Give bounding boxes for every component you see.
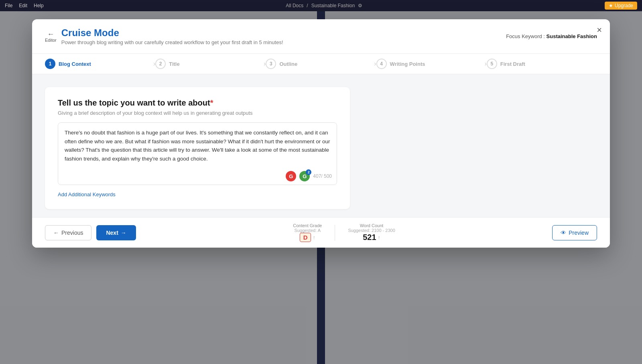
breadcrumb-alldocs[interactable]: All Docs xyxy=(286,3,303,8)
close-button[interactable]: × xyxy=(597,26,602,35)
step-5-circle: 5 xyxy=(487,59,497,69)
menu-bar: File Edit Help xyxy=(5,3,44,8)
step-1-circle: 1 xyxy=(45,59,55,69)
preview-button[interactable]: 👁 Preview xyxy=(552,225,597,240)
step-5[interactable]: 5 First Draft xyxy=(487,59,597,69)
step-3-circle: 3 xyxy=(266,59,276,69)
modal-body: Tell us the topic you want to write abou… xyxy=(32,74,610,217)
word-count-label: Word Count xyxy=(360,223,384,228)
step-2-label: Title xyxy=(169,61,180,67)
modal-header: ← Editor Cruise Mode Power through blog … xyxy=(32,19,610,54)
stepper: 1 Blog Context › 2 Title › 3 Outline › xyxy=(32,54,610,74)
step-5-label: First Draft xyxy=(500,61,525,67)
back-label: Editor xyxy=(45,38,57,43)
previous-button[interactable]: ← Previous xyxy=(45,225,91,240)
menu-edit[interactable]: Edit xyxy=(19,3,27,8)
next-arrow-icon: → xyxy=(121,230,126,236)
context-textarea-wrapper: G G 2 407/ 500 xyxy=(58,122,337,185)
step-4[interactable]: 4 Writing Points › xyxy=(376,59,487,69)
breadcrumb-icon: ⚙ xyxy=(358,3,362,8)
modal-title: Cruise Mode xyxy=(61,27,283,39)
word-count-suggested: Suggested: 2100 - 2300 xyxy=(348,228,395,233)
back-to-editor-button[interactable]: ← Editor xyxy=(45,31,57,43)
menu-help[interactable]: Help xyxy=(34,3,44,8)
char-count: 407/ 500 xyxy=(313,173,332,179)
main-area: ← Editor Cruise Mode Power through blog … xyxy=(0,11,642,364)
modal-header-top: ← Editor Cruise Mode Power through blog … xyxy=(45,27,597,45)
upgrade-button[interactable]: ★ Upgrade xyxy=(605,2,637,10)
word-count-stat: Word Count Suggested: 2100 - 2300 521 ↑ xyxy=(348,223,395,242)
focus-keyword-value: Sustainable Fashion xyxy=(547,33,597,39)
top-bar-right: ★ Upgrade xyxy=(605,2,637,10)
word-count-value: 521 ↑ xyxy=(363,233,380,242)
grade-up-arrow: ↑ xyxy=(313,234,315,240)
required-marker: * xyxy=(210,98,213,107)
back-arrow-icon: ← xyxy=(47,31,54,38)
grammarly-icon: G xyxy=(286,171,296,181)
add-keywords-link[interactable]: Add Additional Keywords xyxy=(58,191,116,197)
title-block: Cruise Mode Power through blog writing w… xyxy=(61,27,283,45)
context-textarea[interactable] xyxy=(58,123,337,167)
step-1[interactable]: 1 Blog Context › xyxy=(45,59,155,69)
badge-2: 2 xyxy=(306,169,311,175)
step-2[interactable]: 2 Title › xyxy=(155,59,266,69)
modal-footer: ← Previous Next → Content Grade Suggeste… xyxy=(32,217,610,248)
menu-file[interactable]: File xyxy=(5,3,12,8)
modal-overlay: ← Editor Cruise Mode Power through blog … xyxy=(0,11,642,364)
grade-badge: D xyxy=(300,233,311,242)
preview-eye-icon: 👁 xyxy=(561,230,566,236)
textarea-footer: G G 2 407/ 500 xyxy=(58,169,337,185)
breadcrumb-doc[interactable]: Sustainable Fashion xyxy=(311,3,355,8)
step-2-circle: 2 xyxy=(155,59,166,69)
grammarly-go-icon: G 2 xyxy=(299,171,310,181)
word-count-up-arrow: ↑ xyxy=(378,234,381,240)
step-3[interactable]: 3 Outline › xyxy=(266,59,376,69)
breadcrumb: All Docs / Sustainable Fashion ⚙ xyxy=(50,3,598,8)
next-button[interactable]: Next → xyxy=(96,225,136,240)
focus-keyword-display: Focus Keyword : Sustainable Fashion xyxy=(506,33,597,39)
breadcrumb-separator: / xyxy=(307,3,308,8)
step-1-label: Blog Context xyxy=(59,61,91,67)
content-grade-suggested: Suggested: A xyxy=(295,228,321,233)
prev-arrow-icon: ← xyxy=(53,230,59,236)
modal-title-group: ← Editor Cruise Mode Power through blog … xyxy=(45,27,283,45)
content-grade-label: Content Grade xyxy=(293,223,322,228)
cruise-mode-modal: ← Editor Cruise Mode Power through blog … xyxy=(32,19,610,248)
content-grade-stat: Content Grade Suggested: A D ↑ xyxy=(293,223,322,242)
footer-divider xyxy=(335,225,335,241)
step-4-label: Writing Points xyxy=(390,61,425,67)
footer-stats: Content Grade Suggested: A D ↑ Word Coun… xyxy=(293,223,395,242)
step-4-circle: 4 xyxy=(376,59,387,69)
modal-subtitle: Power through blog writing with our care… xyxy=(61,39,283,45)
step-3-label: Outline xyxy=(279,61,297,67)
form-card: Tell us the topic you want to write abou… xyxy=(45,87,350,209)
footer-navigation: ← Previous Next → xyxy=(45,225,136,240)
form-title: Tell us the topic you want to write abou… xyxy=(58,98,337,108)
upgrade-star-icon: ★ xyxy=(609,3,613,8)
top-bar: File Edit Help All Docs / Sustainable Fa… xyxy=(0,0,642,11)
form-description: Giving a brief description of your blog … xyxy=(58,110,337,116)
content-grade-value: D ↑ xyxy=(300,233,315,242)
